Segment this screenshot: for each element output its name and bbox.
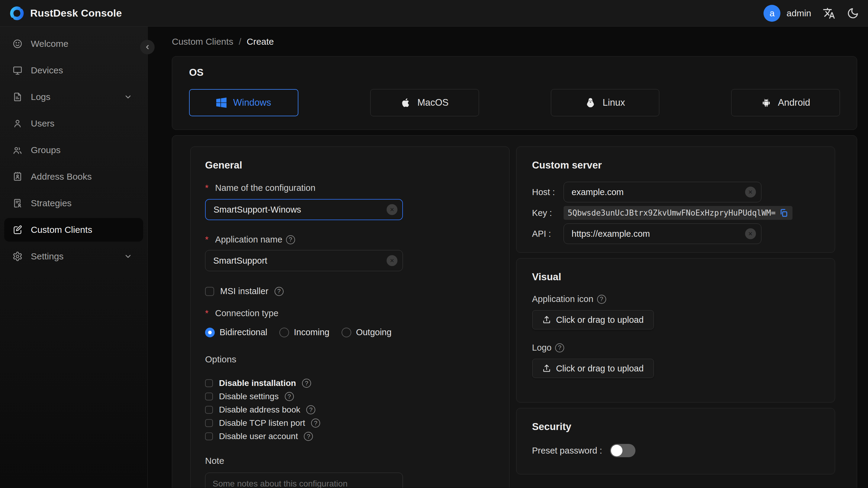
disable-address-book-checkbox[interactable] [205,406,213,414]
radio-outgoing-row: Outgoing [342,327,392,337]
disable-user-account-checkbox[interactable] [205,432,213,440]
breadcrumb-current: Create [247,36,274,47]
option-disable-user-account: Disable user account ? [205,430,495,443]
sidebar-item-label: Settings [31,251,63,262]
option-label: Disable address book [219,405,300,415]
disable-tcp-listen-port-checkbox[interactable] [205,419,213,427]
windows-icon [216,97,226,108]
custom-server-title: Custom server [532,159,820,171]
translate-icon[interactable] [823,7,835,20]
option-label: Disable user account [219,431,298,441]
sidebar-item-address-books[interactable]: Address Books [4,165,143,188]
monitor-icon [12,65,23,75]
sidebar: Welcome Devices Logs Users [0,27,148,488]
radio-incoming[interactable] [279,328,289,337]
logo-text: Logo [532,343,552,353]
note-textarea[interactable] [205,472,403,488]
strategy-doc-icon [12,198,23,208]
connection-type-text: Connection type [215,308,278,318]
chevron-down-icon [124,93,132,101]
help-icon[interactable]: ? [597,295,606,304]
options-title: Options [205,354,495,365]
visual-section: Visual Application icon ? Click or drag … [516,258,835,402]
copy-icon[interactable] [779,208,788,217]
sidebar-item-custom-clients[interactable]: Custom Clients [4,218,143,242]
breadcrumb-parent[interactable]: Custom Clients [172,36,233,47]
msi-installer-checkbox[interactable] [205,287,214,296]
sidebar-item-strategies[interactable]: Strategies [4,191,143,215]
sidebar-item-devices[interactable]: Devices [4,59,143,82]
android-robot-icon [761,97,771,108]
host-input[interactable] [564,182,762,202]
key-value: 5Qbwsde3unUcJBtrx9ZkvUmwFNoExHzpryHuPUdq… [568,208,776,217]
help-icon[interactable]: ? [275,287,284,296]
os-button-macos[interactable]: MacOS [370,89,479,116]
preset-password-toggle[interactable] [610,444,636,457]
custom-server-section: Custom server Host : × Key : 5Qbwsde3unU… [516,147,835,253]
preset-password-label: Preset password : [532,446,602,456]
api-input[interactable] [564,223,762,244]
user-icon [12,118,23,129]
sidebar-item-label: Custom Clients [31,225,92,235]
radio-label: Bidirectional [220,327,267,337]
application-name-input[interactable] [205,250,403,271]
linux-tux-icon [585,97,596,108]
upload-button-label: Click or drag to upload [556,364,644,373]
app-title: RustDesk Console [30,7,122,19]
radio-bidirectional[interactable] [205,328,215,337]
os-button-label: Windows [233,97,271,108]
clear-icon[interactable]: × [386,255,398,266]
application-icon-text: Application icon [532,294,593,304]
help-icon[interactable]: ? [302,379,311,388]
option-disable-address-book: Disable address book ? [205,403,495,417]
application-icon-upload-button[interactable]: Click or drag to upload [532,310,654,330]
general-section: General Name of the configuration × Appl… [190,147,509,488]
dark-mode-moon-icon[interactable] [847,7,859,19]
help-icon[interactable]: ? [311,419,320,428]
breadcrumb-separator: / [239,36,241,47]
clear-icon[interactable]: × [745,187,756,197]
logo-upload-button[interactable]: Click or drag to upload [532,359,654,378]
os-button-linux[interactable]: Linux [551,89,660,116]
radio-outgoing[interactable] [342,328,351,337]
avatar[interactable]: a [764,5,780,22]
clear-icon[interactable]: × [745,228,756,239]
sidebar-item-logs[interactable]: Logs [4,85,143,109]
upload-button-label: Click or drag to upload [556,315,644,325]
sidebar-item-settings[interactable]: Settings [4,245,143,268]
breadcrumb: Custom Clients / Create [172,35,857,48]
help-icon[interactable]: ? [306,405,315,414]
brand: RustDesk Console [9,5,122,21]
security-title: Security [532,421,820,432]
sidebar-item-users[interactable]: Users [4,112,143,135]
help-icon[interactable]: ? [285,392,294,401]
rustdesk-logo-icon [9,5,25,21]
help-icon[interactable]: ? [286,235,295,244]
disable-settings-checkbox[interactable] [205,393,213,400]
clear-icon[interactable]: × [386,204,398,215]
option-disable-installation: Disable installation ? [205,376,495,390]
apple-icon [401,97,411,108]
disable-installation-checkbox[interactable] [205,379,213,387]
upload-icon [542,364,551,373]
note-label: Note [205,456,495,466]
sidebar-item-welcome[interactable]: Welcome [4,32,143,56]
os-button-label: Linux [602,97,625,108]
security-section: Security Preset password : [516,408,835,475]
name-config-label: Name of the configuration [205,183,495,193]
sidebar-collapse-button[interactable] [140,40,155,54]
os-button-windows[interactable]: Windows [189,89,299,116]
msi-installer-label: MSI installer [220,286,269,296]
os-button-android[interactable]: Android [731,89,840,116]
main-content: Custom Clients / Create OS Windows MacOS [148,27,868,488]
name-config-input[interactable] [205,199,403,220]
document-icon [12,92,23,102]
os-title: OS [189,67,840,78]
sidebar-item-groups[interactable]: Groups [4,138,143,162]
help-icon[interactable]: ? [304,432,313,441]
option-label: Disable installation [219,378,296,388]
chevron-down-icon [124,252,132,261]
preset-password-row: Preset password : [532,444,820,457]
help-icon[interactable]: ? [555,343,564,353]
api-label: API : [532,229,564,239]
